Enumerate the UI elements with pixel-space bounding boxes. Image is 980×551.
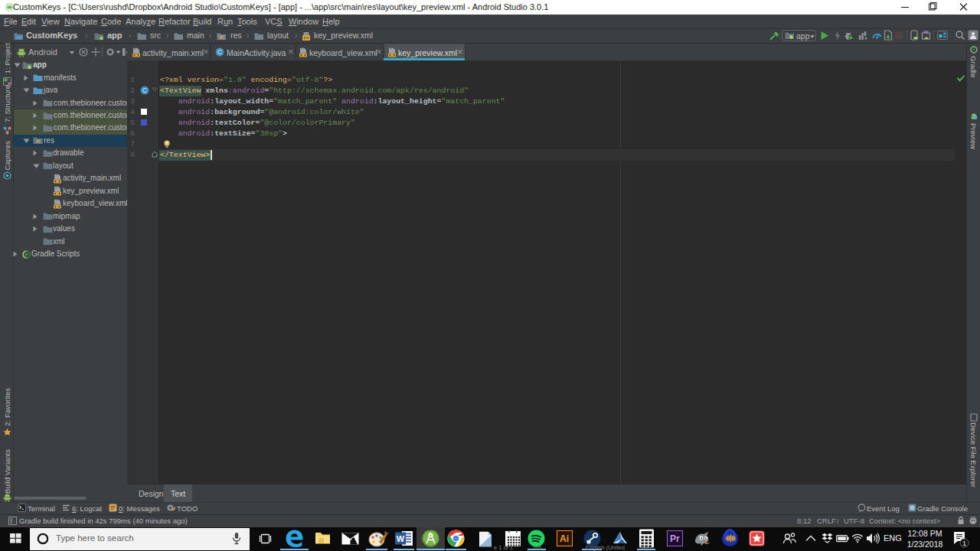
svg-text:C: C [217,48,222,56]
svg-text:C: C [142,86,147,94]
svg-text:1: 1 [962,540,966,547]
svg-text:W: W [397,534,405,543]
